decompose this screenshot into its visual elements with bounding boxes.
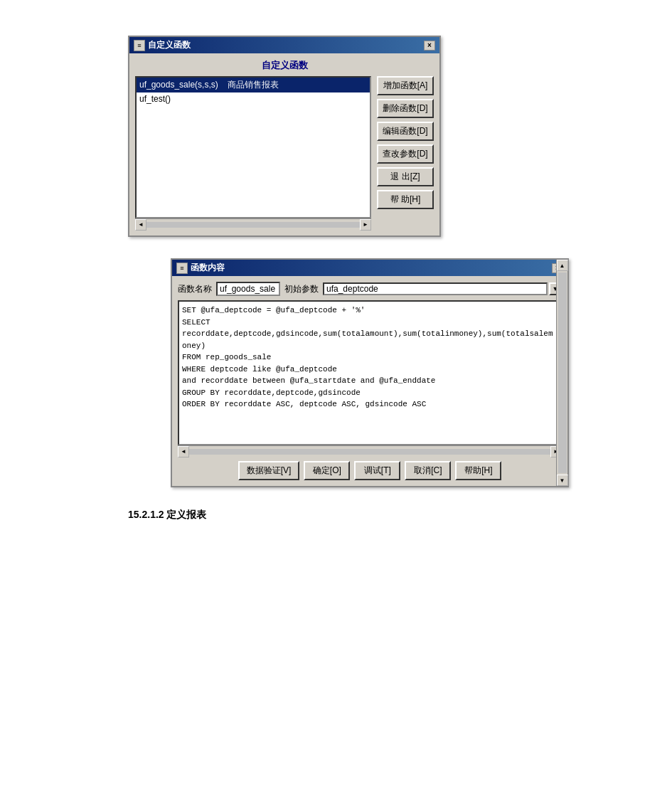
textarea-scrollbar-v: ▲ ▼ bbox=[556, 260, 567, 486]
func-list-wrapper: uf_goods_sale(s,s,s) 商品销售报表 uf_test() ◄ … bbox=[135, 76, 371, 230]
help-button-2[interactable]: 帮助[H] bbox=[455, 461, 501, 480]
dialog2-body: 函数名称 初始参数 ▼ SET @ufa_deptcode = @ufa_dep… bbox=[172, 276, 567, 486]
func-list-item[interactable]: uf_goods_sale(s,s,s) 商品销售报表 bbox=[137, 78, 370, 92]
scroll-v-track bbox=[558, 272, 567, 473]
dialog1-title: 自定义函数 bbox=[148, 39, 191, 51]
dialog1-close-button[interactable]: × bbox=[424, 41, 435, 51]
dialog2-titlebar: ≡ 函数内容 × bbox=[172, 260, 567, 276]
scroll-up-arrow[interactable]: ▲ bbox=[557, 260, 568, 271]
function-content-dialog: ≡ 函数内容 × 函数名称 初始参数 ▼ SET @ufa_deptcode =… bbox=[171, 258, 569, 487]
func-content-textarea-wrapper: SET @ufa_deptcode = @ufa_deptcode + '%' … bbox=[178, 300, 562, 445]
func-list-scrollbar-h: ◄ ► bbox=[135, 218, 371, 230]
scroll-left-arrow-2[interactable]: ◄ bbox=[178, 446, 189, 457]
dialog1-subtitle: 自定义函数 bbox=[135, 59, 434, 72]
scroll-right-arrow[interactable]: ► bbox=[360, 219, 371, 231]
dialog1-body: 自定义函数 uf_goods_sale(s,s,s) 商品销售报表 uf_tes… bbox=[129, 53, 439, 236]
func-buttons-panel: 增加函数[A] 删除函数[D] 编辑函数[D] 查改参数[D] 退 出[Z] 帮… bbox=[377, 76, 434, 230]
ok-button[interactable]: 确定[O] bbox=[304, 461, 350, 480]
param-select-input[interactable] bbox=[323, 282, 548, 295]
func-content-textarea[interactable]: SET @ufa_deptcode = @ufa_deptcode + '%' … bbox=[179, 302, 560, 444]
dialog1-titlebar: ≡ 自定义函数 × bbox=[129, 37, 439, 53]
func-list-area[interactable]: uf_goods_sale(s,s,s) 商品销售报表 uf_test() bbox=[135, 76, 371, 218]
dialog1-icon: ≡ bbox=[134, 40, 145, 51]
exit-button[interactable]: 退 出[Z] bbox=[377, 167, 434, 186]
data-verify-button[interactable]: 数据验证[V] bbox=[238, 461, 300, 480]
edit-function-button[interactable]: 编辑函数[D] bbox=[377, 122, 434, 141]
dialog2-title: 函数内容 bbox=[191, 262, 225, 274]
section-heading: 15.2.1.2 定义报表 bbox=[128, 509, 658, 522]
dialog2-icon: ≡ bbox=[176, 263, 188, 274]
debug-button[interactable]: 调试[T] bbox=[354, 461, 400, 480]
dialog2-header: 函数名称 初始参数 ▼ bbox=[178, 282, 562, 296]
dialog2-buttons: 数据验证[V] 确定[O] 调试[T] 取消[C] 帮助[H] bbox=[178, 461, 562, 480]
delete-function-button[interactable]: 删除函数[D] bbox=[377, 99, 434, 118]
scroll-h-track-2 bbox=[189, 449, 550, 455]
scroll-left-arrow[interactable]: ◄ bbox=[135, 219, 146, 231]
dialog2-scrollbar-h: ◄ ► bbox=[178, 445, 562, 457]
func-name-label: 函数名称 bbox=[178, 283, 212, 295]
func-name-input[interactable] bbox=[216, 282, 280, 296]
scroll-down-arrow[interactable]: ▼ bbox=[557, 475, 568, 486]
param-label: 初始参数 bbox=[284, 283, 319, 295]
cancel-button[interactable]: 取消[C] bbox=[405, 461, 451, 480]
change-param-button[interactable]: 查改参数[D] bbox=[377, 144, 434, 164]
scroll-h-track bbox=[146, 222, 360, 228]
add-function-button[interactable]: 增加函数[A] bbox=[377, 76, 434, 95]
help-button[interactable]: 帮 助[H] bbox=[377, 190, 434, 209]
dialog1-content: uf_goods_sale(s,s,s) 商品销售报表 uf_test() ◄ … bbox=[135, 76, 434, 230]
custom-function-dialog: ≡ 自定义函数 × 自定义函数 uf_goods_sale(s,s,s) 商品销… bbox=[128, 36, 441, 237]
param-select-wrapper: ▼ bbox=[323, 282, 562, 295]
func-list-item[interactable]: uf_test() bbox=[137, 92, 370, 105]
